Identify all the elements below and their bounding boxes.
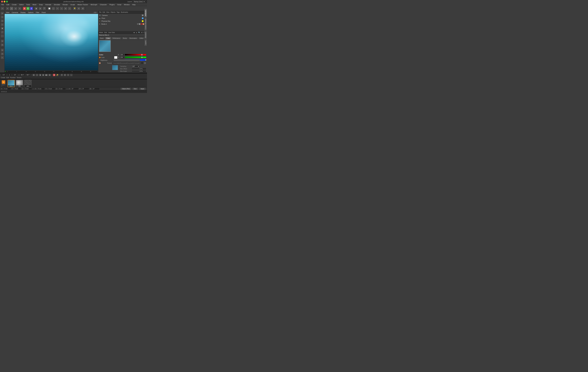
channel-g-bar[interactable] (125, 57, 146, 58)
rot-p-input[interactable] (82, 88, 89, 90)
coord-size-btn[interactable]: Size (132, 88, 138, 90)
axis-y[interactable]: Y (26, 7, 30, 10)
tb-go-end[interactable]: ⏭ (48, 74, 51, 76)
menu-help[interactable]: Help (132, 3, 136, 6)
attrs-settings-icon[interactable]: ⊞ (141, 32, 142, 33)
lt-axis[interactable]: ⊞ (0, 43, 4, 47)
close-button[interactable] (1, 1, 3, 2)
viewport[interactable]: 0 5 10 15 20 25 30 35 40 45 (5, 14, 98, 73)
tb-record[interactable]: ⏺ (53, 74, 55, 76)
sampling-dropdown[interactable]: MIP ▼ (132, 65, 140, 67)
lt-select[interactable]: ◈ (0, 11, 4, 15)
frame-indicator[interactable]: 1 (7, 74, 11, 76)
brightness-slider[interactable] (114, 59, 140, 61)
timeline-track[interactable] (0, 73, 147, 73)
attrs-edit-btn[interactable]: Edit (104, 32, 107, 33)
attrs-mode-btn[interactable]: Mode (99, 32, 103, 33)
tb-play-back[interactable]: ◀ (39, 74, 41, 76)
blur-scale-slider[interactable] (132, 71, 139, 72)
color-swatch[interactable] (114, 56, 117, 59)
channel-r-value[interactable]: 204 (120, 54, 125, 56)
tb-go-start[interactable]: ⏮ (32, 74, 35, 76)
mb-edit[interactable]: Edit (6, 77, 9, 78)
lt-scale[interactable]: ⬡ (0, 23, 4, 26)
scene-obj-camera[interactable]: 📷 Camera ✓ (99, 14, 147, 17)
tab-color[interactable]: Color (105, 37, 111, 40)
tool-sphere[interactable]: ◯ (52, 7, 55, 11)
vp-menu-view[interactable]: View (6, 11, 10, 14)
channel-r-knob[interactable] (141, 54, 142, 55)
menu-create[interactable]: Create (11, 3, 17, 6)
sp-menu-edit[interactable]: Edit (103, 11, 105, 13)
pos-z-input[interactable] (25, 88, 32, 90)
coord-mode-btn[interactable]: Object (Rel) (120, 88, 131, 90)
lt-material[interactable]: ◈ (0, 48, 4, 52)
lt-brush[interactable]: ✏ (0, 56, 4, 59)
scale-z-input[interactable] (59, 88, 66, 90)
frame-fps[interactable]: 90 F (20, 74, 25, 76)
axis-x[interactable]: X (23, 7, 26, 10)
scale-y-input[interactable] (48, 88, 55, 90)
frame-current[interactable]: 0 F (12, 74, 18, 76)
undo-button[interactable]: ↩ (0, 7, 4, 11)
menu-tools[interactable]: Tools (26, 3, 30, 6)
rot-b-input[interactable] (93, 88, 100, 90)
mat-slot-mat1[interactable]: Mat.1 (8, 80, 15, 87)
vp-menu-panel[interactable]: Panel (41, 11, 46, 14)
menu-character[interactable]: Character (99, 3, 107, 6)
tb-play[interactable]: ▶ (42, 74, 44, 76)
channel-g-value[interactable]: 204 (120, 56, 125, 58)
minimize-button[interactable] (4, 1, 5, 2)
pos-y-input[interactable] (14, 88, 21, 90)
menu-simulate[interactable]: Simulate (53, 3, 61, 6)
lt-snap[interactable]: ⊕ (0, 39, 4, 43)
menu-mesh[interactable]: Mesh (32, 3, 37, 6)
sp-menu-view[interactable]: View (106, 11, 109, 13)
tb-motion-clip[interactable]: ≡ (67, 74, 69, 76)
mb-create[interactable]: Create (1, 77, 5, 78)
lt-edge[interactable]: ╱ (0, 30, 4, 34)
texture-browse-btn[interactable]: ⋯ (144, 62, 146, 64)
tab-layers[interactable]: Layers (144, 39, 147, 46)
menu-edit[interactable]: Edit (6, 3, 10, 6)
menu-plugins[interactable]: Plugins (109, 3, 115, 6)
tool-anim[interactable]: ⊞ (38, 7, 42, 11)
layout-dropdown[interactable]: Startup (User) ▼ (133, 0, 146, 3)
tab-bump[interactable]: Bump (122, 37, 128, 40)
maximize-button[interactable] (6, 1, 8, 2)
frame-start[interactable]: 0 F (1, 74, 7, 76)
tab-structure[interactable]: Structure (144, 31, 147, 39)
tool-camera2[interactable]: ⚙ (77, 7, 81, 11)
rot-h-input[interactable] (71, 88, 79, 90)
menu-file[interactable]: File (1, 3, 4, 6)
menu-animate[interactable]: Animate (45, 3, 52, 6)
tool-nurbs[interactable]: ⊛ (64, 7, 67, 11)
menu-window[interactable]: Window (124, 3, 130, 6)
texture-check[interactable] (99, 62, 101, 64)
mat-slot-glass[interactable]: glass (24, 80, 32, 87)
channel-b-knob[interactable] (146, 59, 146, 61)
blur-offset-slider[interactable] (132, 68, 139, 69)
tab-attributes[interactable]: Attributes (144, 11, 147, 17)
tool-select-box[interactable]: ⊡ (10, 7, 13, 11)
attrs-userdata-btn[interactable]: User Data (108, 32, 115, 33)
tb-loop[interactable]: ⟲ (61, 74, 63, 76)
scene-obj-physicalsky[interactable]: ☀ Physical Sky ✓ (99, 20, 147, 22)
scale-x-input[interactable] (37, 88, 45, 90)
apply-button[interactable]: Apply (139, 88, 146, 90)
attrs-up-icon[interactable]: ▲ (136, 32, 137, 33)
sp-menu-bookmarks[interactable]: Bookmarks (121, 11, 128, 13)
menu-script[interactable]: Script (117, 3, 122, 6)
lt-texture[interactable]: ⊛ (0, 52, 4, 56)
attrs-back-icon[interactable]: ◀ (133, 32, 135, 33)
tool-spline[interactable]: ∿ (60, 7, 63, 11)
menu-snap[interactable]: Snap (39, 3, 43, 6)
vp-menu-options[interactable]: Options (28, 11, 34, 14)
tb-step-back[interactable]: ◁ (36, 74, 38, 76)
menu-motiontracker[interactable]: Motion Tracker (77, 3, 88, 6)
lt-point[interactable]: · (0, 34, 4, 38)
tb-autokey[interactable]: 🔑 (56, 74, 59, 76)
tool-move[interactable]: ✛ (6, 7, 10, 11)
tool-light[interactable]: 💡 (73, 7, 76, 11)
menu-render[interactable]: Render (62, 3, 68, 6)
